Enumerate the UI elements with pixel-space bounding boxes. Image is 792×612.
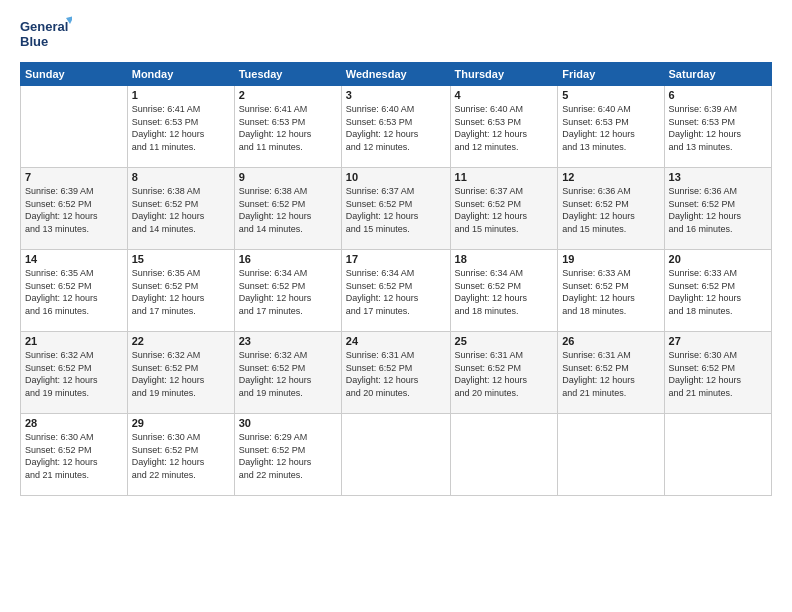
calendar-week-row: 1Sunrise: 6:41 AM Sunset: 6:53 PM Daylig… xyxy=(21,86,772,168)
calendar-cell: 28Sunrise: 6:30 AM Sunset: 6:52 PM Dayli… xyxy=(21,414,128,496)
calendar-cell: 26Sunrise: 6:31 AM Sunset: 6:52 PM Dayli… xyxy=(558,332,664,414)
day-number: 29 xyxy=(132,417,230,429)
day-number: 10 xyxy=(346,171,446,183)
day-detail: Sunrise: 6:40 AM Sunset: 6:53 PM Dayligh… xyxy=(562,103,659,153)
weekday-header-monday: Monday xyxy=(127,63,234,86)
calendar-cell: 5Sunrise: 6:40 AM Sunset: 6:53 PM Daylig… xyxy=(558,86,664,168)
day-number: 4 xyxy=(455,89,554,101)
weekday-header-sunday: Sunday xyxy=(21,63,128,86)
day-number: 5 xyxy=(562,89,659,101)
day-detail: Sunrise: 6:40 AM Sunset: 6:53 PM Dayligh… xyxy=(346,103,446,153)
calendar-cell: 23Sunrise: 6:32 AM Sunset: 6:52 PM Dayli… xyxy=(234,332,341,414)
calendar-cell: 6Sunrise: 6:39 AM Sunset: 6:53 PM Daylig… xyxy=(664,86,771,168)
day-detail: Sunrise: 6:37 AM Sunset: 6:52 PM Dayligh… xyxy=(346,185,446,235)
day-detail: Sunrise: 6:36 AM Sunset: 6:52 PM Dayligh… xyxy=(669,185,767,235)
day-detail: Sunrise: 6:30 AM Sunset: 6:52 PM Dayligh… xyxy=(669,349,767,399)
calendar-cell: 1Sunrise: 6:41 AM Sunset: 6:53 PM Daylig… xyxy=(127,86,234,168)
day-detail: Sunrise: 6:39 AM Sunset: 6:52 PM Dayligh… xyxy=(25,185,123,235)
day-number: 22 xyxy=(132,335,230,347)
calendar-cell xyxy=(664,414,771,496)
calendar-cell: 14Sunrise: 6:35 AM Sunset: 6:52 PM Dayli… xyxy=(21,250,128,332)
calendar-cell: 29Sunrise: 6:30 AM Sunset: 6:52 PM Dayli… xyxy=(127,414,234,496)
day-detail: Sunrise: 6:33 AM Sunset: 6:52 PM Dayligh… xyxy=(669,267,767,317)
calendar-cell: 15Sunrise: 6:35 AM Sunset: 6:52 PM Dayli… xyxy=(127,250,234,332)
svg-text:General: General xyxy=(20,19,68,34)
weekday-header-row: SundayMondayTuesdayWednesdayThursdayFrid… xyxy=(21,63,772,86)
day-number: 23 xyxy=(239,335,337,347)
day-detail: Sunrise: 6:38 AM Sunset: 6:52 PM Dayligh… xyxy=(239,185,337,235)
day-number: 2 xyxy=(239,89,337,101)
day-detail: Sunrise: 6:29 AM Sunset: 6:52 PM Dayligh… xyxy=(239,431,337,481)
day-number: 12 xyxy=(562,171,659,183)
day-number: 15 xyxy=(132,253,230,265)
day-number: 1 xyxy=(132,89,230,101)
weekday-header-wednesday: Wednesday xyxy=(341,63,450,86)
day-detail: Sunrise: 6:35 AM Sunset: 6:52 PM Dayligh… xyxy=(25,267,123,317)
calendar-cell: 10Sunrise: 6:37 AM Sunset: 6:52 PM Dayli… xyxy=(341,168,450,250)
calendar-body: 1Sunrise: 6:41 AM Sunset: 6:53 PM Daylig… xyxy=(21,86,772,496)
day-detail: Sunrise: 6:36 AM Sunset: 6:52 PM Dayligh… xyxy=(562,185,659,235)
day-number: 8 xyxy=(132,171,230,183)
day-number: 30 xyxy=(239,417,337,429)
day-number: 26 xyxy=(562,335,659,347)
calendar-week-row: 14Sunrise: 6:35 AM Sunset: 6:52 PM Dayli… xyxy=(21,250,772,332)
weekday-header-saturday: Saturday xyxy=(664,63,771,86)
day-detail: Sunrise: 6:34 AM Sunset: 6:52 PM Dayligh… xyxy=(455,267,554,317)
day-number: 20 xyxy=(669,253,767,265)
calendar-cell: 24Sunrise: 6:31 AM Sunset: 6:52 PM Dayli… xyxy=(341,332,450,414)
calendar-cell: 4Sunrise: 6:40 AM Sunset: 6:53 PM Daylig… xyxy=(450,86,558,168)
calendar-cell xyxy=(558,414,664,496)
day-number: 14 xyxy=(25,253,123,265)
day-detail: Sunrise: 6:32 AM Sunset: 6:52 PM Dayligh… xyxy=(132,349,230,399)
day-number: 11 xyxy=(455,171,554,183)
day-number: 6 xyxy=(669,89,767,101)
logo-svg: General Blue xyxy=(20,16,72,52)
day-detail: Sunrise: 6:34 AM Sunset: 6:52 PM Dayligh… xyxy=(239,267,337,317)
calendar-cell xyxy=(450,414,558,496)
logo: General Blue xyxy=(20,16,76,52)
day-detail: Sunrise: 6:41 AM Sunset: 6:53 PM Dayligh… xyxy=(132,103,230,153)
day-detail: Sunrise: 6:35 AM Sunset: 6:52 PM Dayligh… xyxy=(132,267,230,317)
calendar-cell: 18Sunrise: 6:34 AM Sunset: 6:52 PM Dayli… xyxy=(450,250,558,332)
weekday-header-friday: Friday xyxy=(558,63,664,86)
day-detail: Sunrise: 6:40 AM Sunset: 6:53 PM Dayligh… xyxy=(455,103,554,153)
day-number: 21 xyxy=(25,335,123,347)
calendar-cell: 20Sunrise: 6:33 AM Sunset: 6:52 PM Dayli… xyxy=(664,250,771,332)
calendar-cell: 13Sunrise: 6:36 AM Sunset: 6:52 PM Dayli… xyxy=(664,168,771,250)
calendar-cell: 7Sunrise: 6:39 AM Sunset: 6:52 PM Daylig… xyxy=(21,168,128,250)
calendar-cell: 27Sunrise: 6:30 AM Sunset: 6:52 PM Dayli… xyxy=(664,332,771,414)
calendar-cell: 30Sunrise: 6:29 AM Sunset: 6:52 PM Dayli… xyxy=(234,414,341,496)
day-detail: Sunrise: 6:33 AM Sunset: 6:52 PM Dayligh… xyxy=(562,267,659,317)
page: General Blue SundayMondayTuesdayWednesda… xyxy=(0,0,792,612)
calendar-cell: 19Sunrise: 6:33 AM Sunset: 6:52 PM Dayli… xyxy=(558,250,664,332)
day-detail: Sunrise: 6:39 AM Sunset: 6:53 PM Dayligh… xyxy=(669,103,767,153)
calendar-cell: 12Sunrise: 6:36 AM Sunset: 6:52 PM Dayli… xyxy=(558,168,664,250)
day-number: 28 xyxy=(25,417,123,429)
day-detail: Sunrise: 6:30 AM Sunset: 6:52 PM Dayligh… xyxy=(132,431,230,481)
day-number: 24 xyxy=(346,335,446,347)
day-number: 13 xyxy=(669,171,767,183)
calendar-table: SundayMondayTuesdayWednesdayThursdayFrid… xyxy=(20,62,772,496)
weekday-header-tuesday: Tuesday xyxy=(234,63,341,86)
day-detail: Sunrise: 6:41 AM Sunset: 6:53 PM Dayligh… xyxy=(239,103,337,153)
day-number: 19 xyxy=(562,253,659,265)
calendar-cell: 22Sunrise: 6:32 AM Sunset: 6:52 PM Dayli… xyxy=(127,332,234,414)
day-number: 17 xyxy=(346,253,446,265)
day-number: 25 xyxy=(455,335,554,347)
day-detail: Sunrise: 6:32 AM Sunset: 6:52 PM Dayligh… xyxy=(239,349,337,399)
day-detail: Sunrise: 6:32 AM Sunset: 6:52 PM Dayligh… xyxy=(25,349,123,399)
calendar-week-row: 28Sunrise: 6:30 AM Sunset: 6:52 PM Dayli… xyxy=(21,414,772,496)
day-detail: Sunrise: 6:30 AM Sunset: 6:52 PM Dayligh… xyxy=(25,431,123,481)
calendar-cell: 25Sunrise: 6:31 AM Sunset: 6:52 PM Dayli… xyxy=(450,332,558,414)
day-detail: Sunrise: 6:31 AM Sunset: 6:52 PM Dayligh… xyxy=(346,349,446,399)
calendar-cell: 17Sunrise: 6:34 AM Sunset: 6:52 PM Dayli… xyxy=(341,250,450,332)
header: General Blue xyxy=(20,16,772,52)
calendar-cell: 3Sunrise: 6:40 AM Sunset: 6:53 PM Daylig… xyxy=(341,86,450,168)
day-number: 7 xyxy=(25,171,123,183)
calendar-cell: 2Sunrise: 6:41 AM Sunset: 6:53 PM Daylig… xyxy=(234,86,341,168)
calendar-cell: 9Sunrise: 6:38 AM Sunset: 6:52 PM Daylig… xyxy=(234,168,341,250)
day-number: 3 xyxy=(346,89,446,101)
day-number: 18 xyxy=(455,253,554,265)
calendar-week-row: 7Sunrise: 6:39 AM Sunset: 6:52 PM Daylig… xyxy=(21,168,772,250)
day-number: 27 xyxy=(669,335,767,347)
